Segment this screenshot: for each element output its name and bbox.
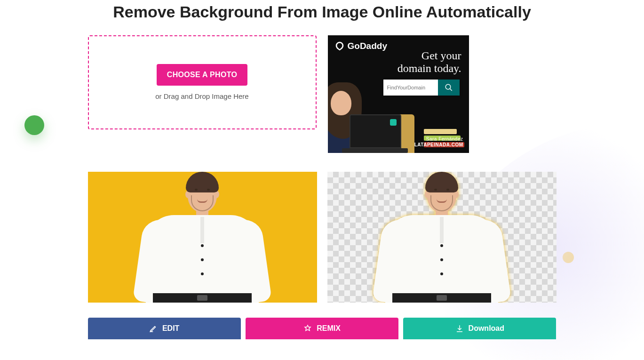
- ad-credit-name: Sara Fernández: [414, 136, 463, 143]
- download-label: Download: [469, 324, 504, 333]
- download-button[interactable]: Download: [403, 318, 556, 339]
- svg-point-0: [445, 84, 451, 89]
- page-title: Remove Background From Image Online Auto…: [88, 2, 557, 22]
- remix-button[interactable]: REMIX: [246, 318, 398, 339]
- ad-banner[interactable]: GoDaddy Get your domain today.: [328, 35, 469, 153]
- search-icon: [445, 83, 453, 92]
- sample-person-original: [132, 172, 273, 303]
- edit-button[interactable]: EDIT: [88, 318, 241, 339]
- ad-credit-site: LATAPEINADA.COM: [414, 142, 463, 148]
- sample-person-cutout: [371, 172, 512, 303]
- upload-hint: or Drag and Drop Image Here: [155, 92, 248, 100]
- decorative-dot-green: [24, 115, 44, 135]
- choose-photo-button[interactable]: CHOOSE A PHOTO: [157, 64, 247, 86]
- ad-search-button[interactable]: [438, 80, 460, 96]
- edit-label: EDIT: [162, 324, 179, 333]
- upload-dropzone[interactable]: CHOOSE A PHOTO or Drag and Drop Image He…: [88, 35, 317, 129]
- ad-model-illustration: [328, 68, 417, 153]
- ad-logo: GoDaddy: [334, 41, 387, 51]
- remix-label: REMIX: [317, 324, 341, 333]
- ad-credit: Sara Fernández LATAPEINADA.COM: [414, 136, 463, 148]
- ad-brand-text: GoDaddy: [348, 41, 387, 51]
- svg-line-1: [450, 88, 452, 91]
- result-image-panel: [327, 172, 557, 303]
- godaddy-icon: [334, 41, 345, 51]
- original-image-panel: [88, 172, 317, 303]
- pencil-icon: [149, 324, 158, 333]
- ad-headline-line1: Get your: [398, 49, 461, 63]
- remix-icon: [303, 324, 312, 333]
- download-icon: [455, 324, 464, 333]
- action-bar: EDIT REMIX Download: [88, 318, 557, 339]
